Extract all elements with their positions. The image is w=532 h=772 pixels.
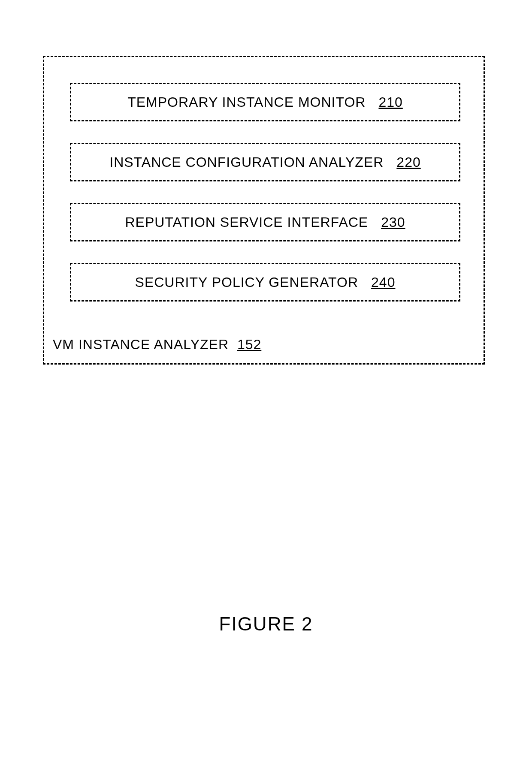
- box-ref: 220: [396, 154, 420, 170]
- container-ref: 152: [237, 337, 261, 352]
- container-label: VM INSTANCE ANALYZER: [53, 337, 229, 352]
- figure-caption: FIGURE 2: [0, 613, 532, 635]
- box-label: SECURITY POLICY GENERATOR: [135, 274, 359, 290]
- box-label: INSTANCE CONFIGURATION ANALYZER: [109, 154, 384, 170]
- security-policy-generator-box: SECURITY POLICY GENERATOR 240: [70, 263, 460, 302]
- temporary-instance-monitor-box: TEMPORARY INSTANCE MONITOR 210: [70, 83, 460, 121]
- container-label-row: VM INSTANCE ANALYZER 152: [53, 337, 261, 353]
- box-ref: 210: [378, 94, 402, 110]
- box-label: REPUTATION SERVICE INTERFACE: [125, 214, 368, 230]
- box-ref: 240: [371, 274, 395, 290]
- vm-instance-analyzer-container: TEMPORARY INSTANCE MONITOR 210 INSTANCE …: [43, 56, 485, 365]
- box-ref: 230: [381, 214, 405, 230]
- box-label: TEMPORARY INSTANCE MONITOR: [127, 94, 366, 110]
- instance-configuration-analyzer-box: INSTANCE CONFIGURATION ANALYZER 220: [70, 143, 460, 181]
- reputation-service-interface-box: REPUTATION SERVICE INTERFACE 230: [70, 203, 460, 241]
